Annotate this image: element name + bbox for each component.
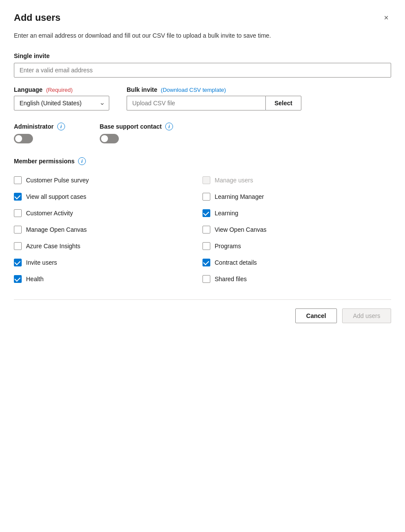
permission-label-learning: Learning: [215, 210, 238, 217]
add-users-dialog: Add users × Enter an email address or do…: [0, 0, 405, 532]
administrator-toggle-group: Administrator i: [14, 123, 65, 143]
language-label: Language: [14, 86, 42, 93]
permission-label-shared-files: Shared files: [215, 276, 247, 282]
permission-label-programs: Programs: [215, 243, 241, 250]
permission-item-learning: Learning: [202, 205, 391, 221]
permission-label-contract-details: Contract details: [215, 259, 257, 266]
bulk-upload-row: Select: [127, 96, 301, 110]
permission-label-health: Health: [26, 276, 43, 282]
base-support-contact-toggle-switch[interactable]: [100, 134, 119, 143]
administrator-label: Administrator: [14, 123, 54, 130]
permission-item-azure-case-insights: Azure Case Insights: [14, 238, 202, 254]
checkbox-customer-pulse-survey[interactable]: [14, 176, 22, 184]
administrator-info-icon: i: [57, 123, 65, 130]
permission-label-customer-activity: Customer Activity: [26, 210, 73, 217]
permissions-header: Member permissions i: [14, 157, 391, 165]
permission-item-contract-details: Contract details: [202, 254, 391, 271]
checkbox-contract-details[interactable]: [202, 259, 210, 266]
permission-label-view-all-support-cases: View all support cases: [26, 193, 86, 200]
checkbox-health[interactable]: [14, 275, 22, 283]
checkbox-programs[interactable]: [202, 242, 210, 250]
checkbox-learning[interactable]: [202, 209, 210, 217]
csv-upload-input[interactable]: [127, 96, 265, 110]
permission-label-azure-case-insights: Azure Case Insights: [26, 243, 80, 250]
permission-label-view-open-canvas: View Open Canvas: [215, 226, 267, 233]
language-select-wrapper: English (United States): [14, 96, 109, 110]
permission-item-health: Health: [14, 271, 202, 287]
language-bulk-row: Language (Required) English (United Stat…: [14, 86, 391, 110]
checkbox-view-all-support-cases[interactable]: [14, 193, 22, 201]
permission-item-customer-activity: Customer Activity: [14, 205, 202, 221]
member-permissions-section: Member permissions i Customer Pulse surv…: [14, 157, 391, 287]
language-select[interactable]: English (United States): [14, 96, 109, 110]
administrator-toggle[interactable]: [14, 134, 65, 143]
permissions-info-icon: i: [78, 157, 86, 165]
required-label: (Required): [46, 87, 72, 93]
administrator-toggle-switch[interactable]: [14, 134, 33, 143]
bulk-invite-field-group: Bulk invite (Download CSV template) Sele…: [127, 86, 301, 110]
bulk-invite-label: Bulk invite: [127, 86, 157, 93]
checkbox-learning-manager[interactable]: [202, 193, 210, 201]
checkbox-view-open-canvas[interactable]: [202, 226, 210, 234]
permission-item-programs: Programs: [202, 238, 391, 254]
dialog-description: Enter an email address or download and f…: [14, 31, 391, 40]
dialog-footer: Cancel Add users: [14, 299, 391, 323]
language-field-group: Language (Required) English (United Stat…: [14, 86, 109, 110]
permission-label-customer-pulse-survey: Customer Pulse survey: [26, 177, 89, 184]
email-input[interactable]: [14, 63, 391, 78]
select-csv-button[interactable]: Select: [265, 96, 301, 110]
add-users-button[interactable]: Add users: [342, 308, 391, 323]
checkbox-customer-activity[interactable]: [14, 209, 22, 217]
dialog-title: Add users: [14, 12, 61, 23]
dialog-header: Add users ×: [14, 12, 391, 23]
permission-item-view-all-support-cases: View all support cases: [14, 188, 202, 205]
base-support-contact-toggle[interactable]: [100, 134, 173, 143]
permissions-grid: Customer Pulse surveyManage usersView al…: [14, 172, 391, 287]
cancel-button[interactable]: Cancel: [295, 308, 337, 323]
permission-item-customer-pulse-survey: Customer Pulse survey: [14, 172, 202, 188]
download-csv-link[interactable]: (Download CSV template): [161, 87, 226, 93]
permission-label-manage-users: Manage users: [215, 177, 253, 184]
base-support-contact-label: Base support contact: [100, 123, 162, 130]
base-support-contact-info-icon: i: [165, 123, 173, 130]
checkbox-azure-case-insights[interactable]: [14, 242, 22, 250]
toggles-row: Administrator i Base support contact i: [14, 123, 391, 143]
permission-item-invite-users: Invite users: [14, 254, 202, 271]
checkbox-manage-users: [202, 176, 210, 184]
permission-label-invite-users: Invite users: [26, 259, 57, 266]
permission-item-manage-users: Manage users: [202, 172, 391, 188]
checkbox-shared-files[interactable]: [202, 275, 210, 283]
permissions-title: Member permissions: [14, 158, 75, 165]
single-invite-label: Single invite: [14, 52, 391, 59]
checkbox-manage-open-canvas[interactable]: [14, 226, 22, 234]
permission-label-manage-open-canvas: Manage Open Canvas: [26, 226, 87, 233]
checkbox-invite-users[interactable]: [14, 259, 22, 266]
permission-item-shared-files: Shared files: [202, 271, 391, 287]
base-support-contact-toggle-group: Base support contact i: [100, 123, 173, 143]
close-button[interactable]: ×: [381, 12, 391, 23]
permission-item-manage-open-canvas: Manage Open Canvas: [14, 221, 202, 238]
permission-label-learning-manager: Learning Manager: [215, 193, 264, 200]
permission-item-view-open-canvas: View Open Canvas: [202, 221, 391, 238]
permission-item-learning-manager: Learning Manager: [202, 188, 391, 205]
